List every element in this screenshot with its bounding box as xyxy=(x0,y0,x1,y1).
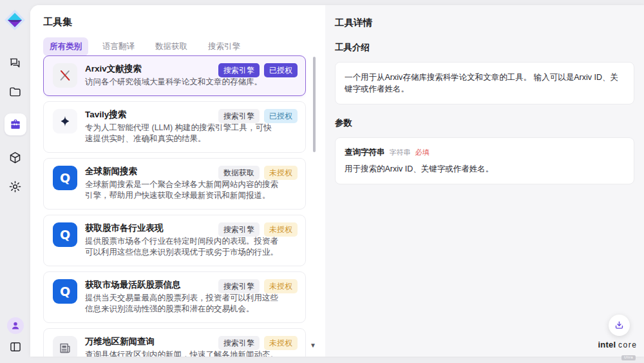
tool-description: 全球新闻搜索是一个聚合全球各大新闻网站内容的搜索引擎，帮助用户快速获取全球最新资… xyxy=(85,179,279,202)
tool-description: 访问各个研究领域大量科学论文和文章的存储库。 xyxy=(85,77,279,88)
sidebar-item-toolbox toolbox-icon[interactable] xyxy=(5,113,26,135)
intro-heading: 工具介绍 xyxy=(335,42,634,54)
param-type: 字符串 xyxy=(390,148,411,157)
sidebar-item-settings gear-icon[interactable] xyxy=(8,179,23,193)
param-desc: 用于搜索的Arxiv ID、关键字或作者姓名。 xyxy=(345,164,625,175)
tab-data-fetch[interactable]: 数据获取 xyxy=(149,37,194,56)
category-badge: 搜索引擎 xyxy=(218,63,260,77)
tool-card[interactable]: Tavily搜索专为人工智能代理 (LLM) 构建的搜索引擎工具，可快速提供实时… xyxy=(43,101,306,153)
tool-badges: 搜索引擎未授权 xyxy=(218,222,298,237)
scroll-down-arrow-icon[interactable]: ▼ xyxy=(310,342,316,349)
main-panel: 工具集 所有类别语言翻译数据获取搜索引擎 Arxiv文献搜索访问各个研究领域大量… xyxy=(30,5,644,357)
category-badge: 数据获取 xyxy=(218,166,260,180)
user-avatar user-icon[interactable] xyxy=(7,317,24,334)
tool-badges: 搜索引擎未授权 xyxy=(218,336,298,350)
tab-all-categories[interactable]: 所有类别 xyxy=(43,37,88,56)
intro-card: 一个用于从Arxiv存储库搜索科学论文和文章的工具。 输入可以是Arxiv ID… xyxy=(335,62,634,104)
tavily-icon xyxy=(53,109,77,133)
sidebar-item-folder folder-icon[interactable] xyxy=(8,84,23,99)
intel-core-logo: intel core Ultra xyxy=(596,340,639,361)
param-name: 查询字符串 xyxy=(345,147,385,158)
tool-card[interactable]: 万维地区新闻查询查询具体行政区划内的新闻，快速了解各地新闻动态。搜索引擎未授权 xyxy=(43,328,306,357)
category-badge: 搜索引擎 xyxy=(218,109,260,123)
tool-card[interactable]: Q获取股市各行业表现提供股票市场各个行业在特定时间段内的表现。投资者可以利用这些… xyxy=(43,215,306,266)
category-badge: 搜索引擎 xyxy=(218,279,260,293)
sidebar-item-cube cube-icon[interactable] xyxy=(8,150,23,164)
collapse-sidebar-button panel-collapse-icon[interactable] xyxy=(8,340,23,354)
download-button download-icon[interactable] xyxy=(609,315,630,336)
icon-rail xyxy=(0,0,30,363)
tool-badges: 搜索引擎未授权 xyxy=(218,279,298,293)
category-badge: 搜索引擎 xyxy=(218,222,260,237)
param-card: 查询字符串 字符串 必填 用于搜索的Arxiv ID、关键字或作者姓名。 xyxy=(335,137,634,184)
tool-badges: 搜索引擎已授权 xyxy=(218,109,298,123)
ultra-badge: Ultra xyxy=(621,355,636,361)
tool-card[interactable]: Q获取市场最活跃股票信息提供当天交易量最高的股票列表，投资者可以利用这些信息来识… xyxy=(43,271,306,323)
tool-list: Arxiv文献搜索访问各个研究领域大量科学论文和文章的存储库。搜索引擎已授权Ta… xyxy=(43,55,306,357)
tool-description: 查询具体行政区划内的新闻，快速了解各地新闻动态。 xyxy=(85,349,279,357)
juhe-q-icon: Q xyxy=(53,222,77,247)
juhe-q-icon: Q xyxy=(53,166,77,190)
param-required-flag: 必填 xyxy=(415,148,430,157)
auth-badge: 未授权 xyxy=(264,279,298,293)
rail-bottom xyxy=(0,317,30,354)
intel-text: intel xyxy=(598,340,616,349)
detail-title: 工具详情 xyxy=(335,17,634,29)
arxiv-icon xyxy=(53,63,77,88)
params-heading: 参数 xyxy=(335,117,634,129)
sidebar-item-chat chat-icon[interactable] xyxy=(8,55,23,70)
tool-description: 提供股票市场各个行业在特定时间段内的表现。投资者可以利用这些信息来识别表现优于或… xyxy=(85,236,279,259)
list-scrollbar-thumb[interactable] xyxy=(313,57,316,152)
auth-badge: 已授权 xyxy=(264,109,298,123)
tool-card[interactable]: Arxiv文献搜索访问各个研究领域大量科学论文和文章的存储库。搜索引擎已授权 xyxy=(43,55,306,96)
tool-card[interactable]: Q全球新闻搜索全球新闻搜索是一个聚合全球各大新闻网站内容的搜索引擎，帮助用户快速… xyxy=(43,158,306,210)
tab-translation[interactable]: 语言翻译 xyxy=(96,37,141,56)
tool-detail-section: 工具详情 工具介绍 一个用于从Arxiv存储库搜索科学论文和文章的工具。 输入可… xyxy=(325,5,644,357)
rail-items xyxy=(0,55,30,193)
category-badge: 搜索引擎 xyxy=(218,336,260,350)
tool-badges: 搜索引擎已授权 xyxy=(218,63,298,77)
auth-badge: 已授权 xyxy=(264,63,298,77)
juhe-q-icon: Q xyxy=(53,279,77,304)
auth-badge: 未授权 xyxy=(264,222,298,237)
app-logo gem-diamond-logo xyxy=(4,9,26,31)
category-tabs: 所有类别语言翻译数据获取搜索引擎 xyxy=(43,37,247,56)
page-title: 工具集 xyxy=(43,16,72,28)
tool-description: 专为人工智能代理 (LLM) 构建的搜索引擎工具，可快速提供实时、准确和真实的结… xyxy=(85,123,279,145)
tool-description: 提供当天交易量最高的股票列表，投资者可以利用这些信息来识别流动性强的股票和潜在的… xyxy=(85,293,279,315)
core-text: core xyxy=(618,340,637,349)
tool-list-section: 工具集 所有类别语言翻译数据获取搜索引擎 Arxiv文献搜索访问各个研究领域大量… xyxy=(30,5,325,357)
auth-badge: 未授权 xyxy=(264,166,298,180)
tool-badges: 数据获取未授权 xyxy=(218,166,298,180)
tab-search-engine[interactable]: 搜索引擎 xyxy=(202,37,247,56)
auth-badge: 未授权 xyxy=(264,336,298,350)
newspaper-icon xyxy=(53,336,77,357)
intro-text: 一个用于从Arxiv存储库搜索科学论文和文章的工具。 输入可以是Arxiv ID… xyxy=(345,72,625,95)
